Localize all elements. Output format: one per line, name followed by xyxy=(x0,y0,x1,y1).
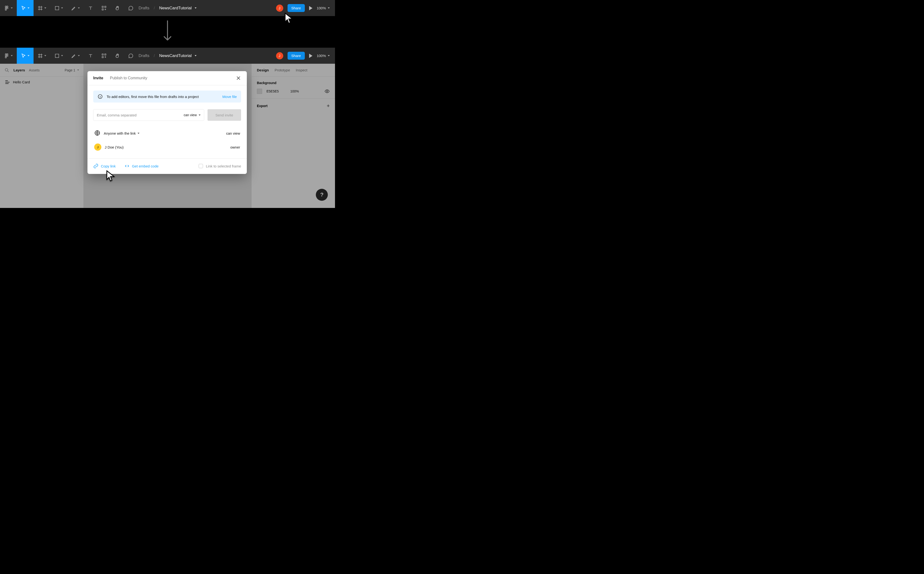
breadcrumb-drafts[interactable]: Drafts xyxy=(139,54,149,58)
export-section: Export + xyxy=(252,98,335,113)
move-tool-button[interactable] xyxy=(17,48,33,64)
frame-tool-button[interactable] xyxy=(33,48,50,64)
chevron-down-icon xyxy=(199,115,200,116)
zoom-dropdown[interactable]: 100% xyxy=(317,6,330,10)
svg-point-1 xyxy=(5,8,6,9)
right-panel: Design Prototype Inspect Background E5E5… xyxy=(251,64,335,208)
share-modal: Invite Publish to Community To add edito… xyxy=(87,71,247,174)
shape-tool-button[interactable] xyxy=(50,48,67,64)
copy-link-button[interactable]: Copy link xyxy=(93,163,116,169)
svg-rect-5 xyxy=(55,6,59,10)
email-input[interactable]: Email, comma separated xyxy=(97,113,137,117)
hand-tool-button[interactable] xyxy=(111,48,124,64)
tab-inspect[interactable]: Inspect xyxy=(296,68,307,72)
rectangle-icon xyxy=(54,53,60,58)
present-button[interactable] xyxy=(309,0,312,16)
breadcrumb-sep: / xyxy=(154,54,155,58)
figma-menu-button[interactable] xyxy=(0,48,17,64)
chevron-down-icon xyxy=(11,8,13,9)
member-row: J J Doe (You) owner xyxy=(93,140,241,154)
move-tool-button[interactable] xyxy=(17,0,33,16)
link-role-label[interactable]: can view xyxy=(226,131,240,136)
resources-button[interactable] xyxy=(97,48,111,64)
search-icon[interactable] xyxy=(4,68,9,73)
rectangle-icon xyxy=(54,6,60,11)
visibility-toggle[interactable] xyxy=(325,88,330,94)
app-body: Layers Assets Page 1 Hello Card Design P… xyxy=(0,64,335,208)
breadcrumb: Drafts / NewsCardTutorial xyxy=(139,6,197,11)
page-dropdown[interactable]: Page 1 xyxy=(65,68,79,72)
tab-design[interactable]: Design xyxy=(257,68,269,72)
chevron-down-icon xyxy=(78,8,80,9)
text-tool-button[interactable] xyxy=(84,0,97,16)
pen-tool-button[interactable] xyxy=(67,0,84,16)
bg-opacity[interactable]: 100% xyxy=(290,89,299,93)
hand-tool-button[interactable] xyxy=(111,0,124,16)
embed-code-button[interactable]: Get embed code xyxy=(125,163,159,169)
close-button[interactable] xyxy=(236,76,241,81)
bg-swatch[interactable] xyxy=(257,88,262,94)
pen-icon xyxy=(71,53,76,58)
tab-assets[interactable]: Assets xyxy=(29,68,39,72)
svg-rect-17 xyxy=(102,56,104,58)
present-button[interactable] xyxy=(309,48,312,64)
svg-rect-15 xyxy=(102,54,104,55)
svg-point-12 xyxy=(7,54,8,55)
resources-icon xyxy=(101,6,107,11)
move-file-link[interactable]: Move file xyxy=(222,95,237,99)
breadcrumb-sep: / xyxy=(154,6,155,11)
share-button[interactable]: Share xyxy=(287,52,305,60)
chevron-down-icon xyxy=(78,55,80,56)
left-panel-header: Layers Assets Page 1 xyxy=(0,64,84,77)
bg-hex[interactable]: E5E5E5 xyxy=(266,89,279,93)
user-avatar[interactable]: J xyxy=(276,5,283,12)
frame-link-checkbox[interactable] xyxy=(199,164,203,168)
svg-point-10 xyxy=(5,55,6,57)
figma-menu-button[interactable] xyxy=(0,0,17,16)
svg-point-9 xyxy=(5,54,6,55)
add-export-button[interactable]: + xyxy=(326,103,330,109)
zoom-dropdown[interactable]: 100% xyxy=(317,54,330,58)
file-name-dropdown[interactable]: NewsCardTutorial xyxy=(159,54,196,58)
tab-invite[interactable]: Invite xyxy=(93,76,103,80)
pen-tool-button[interactable] xyxy=(67,48,84,64)
chevron-down-icon xyxy=(328,8,330,9)
svg-rect-14 xyxy=(55,54,59,57)
link-scope-dropdown[interactable]: Anyone with the link xyxy=(104,131,139,136)
svg-point-0 xyxy=(5,6,6,7)
tab-prototype[interactable]: Prototype xyxy=(274,68,290,72)
user-avatar[interactable]: J xyxy=(276,52,283,60)
comment-tool-button[interactable] xyxy=(124,0,137,16)
resources-button[interactable] xyxy=(97,0,111,16)
figma-logo-icon xyxy=(4,6,9,11)
frame-layer-icon xyxy=(5,80,9,84)
chevron-down-icon xyxy=(61,8,63,9)
text-tool-button[interactable] xyxy=(84,48,97,64)
resources-icon xyxy=(101,53,107,58)
background-section: Background E5E5E5 100% xyxy=(252,77,335,98)
toolbar-bottom: Drafts / NewsCardTutorial J Share 100% xyxy=(0,48,335,64)
info-icon xyxy=(98,94,103,99)
svg-rect-16 xyxy=(105,54,106,55)
tab-publish[interactable]: Publish to Community xyxy=(110,76,147,80)
share-label: Share xyxy=(292,54,301,58)
shape-tool-button[interactable] xyxy=(50,0,67,16)
breadcrumb-drafts[interactable]: Drafts xyxy=(139,6,149,11)
help-button[interactable]: ? xyxy=(316,189,328,201)
svg-point-18 xyxy=(5,68,8,71)
file-name-dropdown[interactable]: NewsCardTutorial xyxy=(159,6,196,11)
chevron-down-icon xyxy=(137,133,139,134)
share-button[interactable]: Share xyxy=(287,4,305,12)
member-avatar-initial: J xyxy=(97,145,98,149)
send-invite-button[interactable]: Send invite xyxy=(208,109,241,121)
permission-dropdown[interactable]: can view xyxy=(184,113,200,117)
comment-tool-button[interactable] xyxy=(124,48,137,64)
layer-item[interactable]: Hello Card xyxy=(0,77,84,87)
info-banner: To add editors, first move this file fro… xyxy=(93,91,241,102)
svg-rect-6 xyxy=(102,6,104,8)
zoom-value: 100% xyxy=(317,54,326,58)
svg-point-2 xyxy=(5,9,6,10)
tab-layers[interactable]: Layers xyxy=(13,68,25,72)
frame-tool-button[interactable] xyxy=(33,0,50,16)
page-label: Page 1 xyxy=(65,68,75,72)
